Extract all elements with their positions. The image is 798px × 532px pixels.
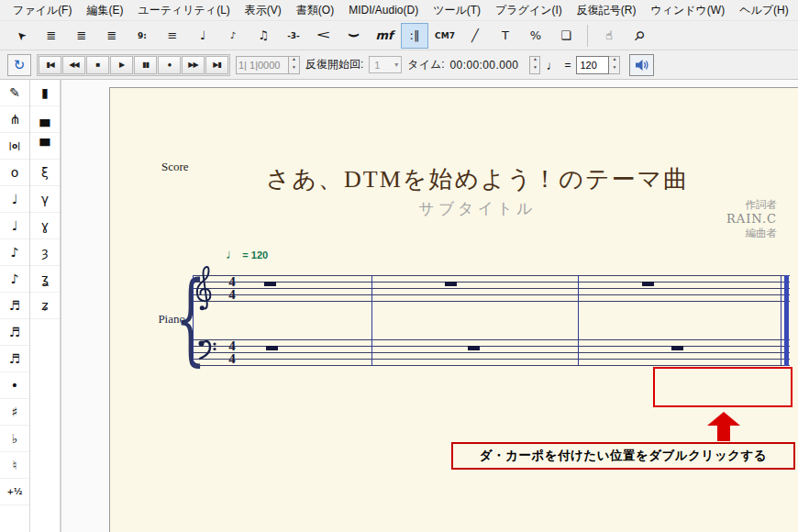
zoom-tool-button[interactable]: ⚲	[626, 23, 653, 49]
stop-button[interactable]: ■	[86, 56, 109, 74]
score-page[interactable]: Score さあ、DTMを始めよう！のテーマ曲 サブタイトル 作詞者 RAIN.…	[109, 87, 798, 532]
onetwentyeighth-note-button[interactable]: ♬	[0, 346, 29, 372]
time-sig-numerator: 4	[224, 339, 240, 352]
menu-item[interactable]: ヘルプ(H)	[732, 0, 796, 21]
natural-button[interactable]: ♮	[0, 452, 29, 479]
whole-rest-icon: ▄	[40, 112, 50, 127]
loop-icon: ↻	[14, 58, 26, 72]
dynamics-tool-button[interactable]: mf	[371, 23, 398, 49]
menu-item[interactable]: MIDI/Audio(D)	[341, 1, 426, 19]
fast-forward-button[interactable]: ▶▶	[182, 56, 205, 74]
repeat-start-value: 1	[370, 60, 394, 71]
menu-item[interactable]: プラグイン(I)	[488, 0, 570, 21]
sixteenth-note-button[interactable]: ♪	[0, 266, 29, 293]
staff-tool-button[interactable]: ≣	[38, 23, 65, 49]
playback-loop-button[interactable]: ↻	[7, 54, 31, 76]
lyricist-label: 作詞者	[726, 198, 777, 212]
forward-to-end-button[interactable]: ▶▮	[205, 56, 228, 74]
dot-icon: •	[11, 378, 18, 393]
tempo-marking: ♩ = 120	[226, 246, 268, 261]
eighth-note-icon: ♪	[11, 245, 19, 260]
pencil-tool-button[interactable]: ✎	[0, 80, 29, 106]
tuplet-tool-button[interactable]: -3-	[280, 23, 307, 49]
plus-half-button[interactable]: +½	[0, 479, 29, 505]
eighth-note-button[interactable]: ♪	[0, 239, 29, 266]
hairpin-tool-button[interactable]: <	[310, 23, 338, 49]
menu-bar: ファイル(F) 編集(E) ユーティリティ(L) 表示(V) 書類(O) MID…	[0, 0, 798, 20]
quarter-rest-icon: ξ	[41, 165, 49, 180]
grace-note-tool-button[interactable]: ♪	[219, 23, 247, 49]
eighth-rest-button[interactable]: γ	[30, 186, 60, 213]
half-rest-button[interactable]: ▀	[30, 133, 60, 160]
whole-rest-button[interactable]: ▄	[30, 106, 60, 133]
slur-tool-button[interactable]: (	[340, 23, 368, 49]
flat-button[interactable]: ♭	[0, 426, 29, 452]
spin-down-icon: ▼	[609, 65, 619, 73]
rewind-to-start-button[interactable]: ▮◀	[39, 56, 61, 74]
hand-grabber-tool-button[interactable]: ☝	[595, 23, 623, 49]
counter-spinner[interactable]: ▲ ▼	[289, 56, 300, 74]
barline-circle-icon: |o|	[9, 141, 21, 150]
tempo-field: ▲ ▼	[576, 56, 620, 74]
rewind-icon: ◀◀	[69, 61, 78, 69]
dropdown-arrow-icon: ▾	[394, 61, 401, 69]
speaker-button[interactable]	[629, 54, 654, 76]
credits-block: 作詞者 RAIN.C 編曲者	[726, 198, 777, 240]
thirtysecond-note-icon: ♬	[9, 298, 21, 313]
selection-tool-button[interactable]: ➤	[7, 23, 35, 49]
quarter-rest-button[interactable]: ξ	[30, 160, 60, 186]
whole-note-button[interactable]: o	[0, 160, 29, 186]
repeat-start-select[interactable]: 1 ▾	[369, 56, 402, 73]
key-signature-tool-button[interactable]: ≣	[68, 23, 95, 49]
menu-item[interactable]: 反復記号(R)	[570, 0, 644, 21]
menu-item[interactable]: 表示(V)	[238, 0, 289, 21]
mezzo-forte-icon: mf	[375, 28, 393, 42]
tempo-spinner[interactable]: ▲ ▼	[609, 56, 620, 74]
rewind-button[interactable]: ◀◀	[62, 56, 85, 74]
tempo-input[interactable]	[576, 56, 609, 74]
grand-staff-system: { Piano 4	[193, 275, 790, 366]
repeat-tool-button[interactable]: :‖	[401, 23, 428, 49]
quarter-note-button[interactable]: ♩	[0, 213, 29, 239]
half-note-button[interactable]: ♩	[0, 186, 29, 213]
sharp-icon: ♯	[12, 405, 18, 419]
record-button[interactable]: ●	[158, 56, 181, 74]
onetwentyeighth-rest-button[interactable]: ʑ	[30, 293, 60, 319]
menu-item[interactable]: ファイル(F)	[6, 0, 79, 21]
measure-tool-button[interactable]: ≡	[159, 23, 186, 49]
counter-input[interactable]	[236, 56, 289, 74]
page-layout-tool-button[interactable]: ❏	[552, 23, 580, 49]
time-signature-tool-button[interactable]: ≣	[98, 23, 126, 49]
augmentation-dot-button[interactable]: •	[0, 372, 29, 399]
barline-tool-button[interactable]: |o|	[0, 133, 29, 160]
slur-curve-icon: (	[347, 33, 360, 39]
play-button[interactable]: ▶	[110, 56, 133, 74]
tuning-fork-button[interactable]: ⋔	[0, 106, 29, 133]
sixtyfourth-rest-button[interactable]: ʓ	[30, 266, 60, 293]
text-tool-button[interactable]: T	[492, 23, 519, 49]
menu-item[interactable]: ウィンドウ(W)	[643, 0, 732, 21]
menu-item[interactable]: 書類(O)	[289, 0, 341, 21]
tempo-note-spinner[interactable]: ▲ ▼	[529, 56, 540, 74]
skip-start-icon: ▮◀	[46, 61, 54, 69]
score-subtitle: サブタイトル	[147, 198, 798, 219]
menu-item[interactable]: ツール(T)	[426, 0, 488, 21]
sixteenth-rest-button[interactable]: ɣ	[30, 213, 60, 239]
menu-item[interactable]: ユーティリティ(L)	[130, 0, 237, 21]
simple-entry-tool-button[interactable]: ♩	[189, 23, 216, 49]
clef-tool-button[interactable]: 9:	[128, 23, 156, 49]
double-whole-rest-button[interactable]: ▮	[30, 80, 60, 106]
pause-button[interactable]: ▮▮	[134, 56, 157, 74]
sixtyfourth-note-button[interactable]: ♬	[0, 319, 29, 346]
articulation-tool-button[interactable]: ╱	[461, 23, 489, 49]
speedy-entry-tool-button[interactable]: ♫	[249, 23, 277, 49]
time-value: 00:00:00.000	[450, 59, 519, 72]
thirtysecond-note-button[interactable]: ♬	[0, 293, 29, 319]
quarter-note-icon: ♩	[200, 28, 205, 42]
sharp-button[interactable]: ♯	[0, 399, 29, 426]
chord-tool-button[interactable]: CM7	[431, 23, 459, 49]
thirtysecond-rest-button[interactable]: ȝ	[30, 239, 60, 266]
repeat-measure-tool-button[interactable]: %	[522, 23, 549, 49]
menu-item[interactable]: 編集(E)	[79, 0, 130, 21]
score-title: さあ、DTMを始めよう！のテーマ曲	[147, 163, 798, 195]
